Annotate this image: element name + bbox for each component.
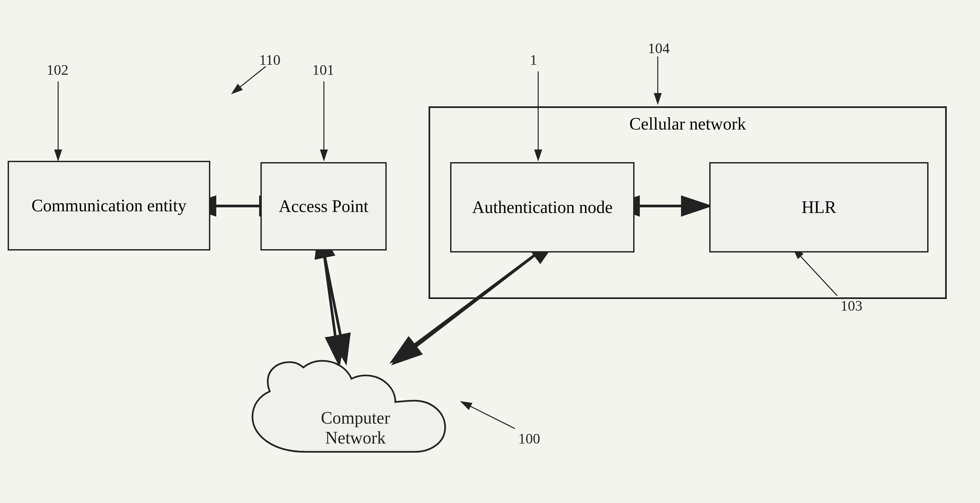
ref-label-104: 104 (648, 40, 670, 57)
auth-node-box: Authentication node (450, 162, 635, 253)
diagram-container: 102 110 101 1 104 103 100 Cellular netwo… (0, 0, 980, 503)
svg-line-13 (324, 253, 339, 362)
access-point-label: Access Point (279, 196, 368, 216)
communication-entity-box: Communication entity (8, 161, 210, 250)
ref-label-100: 100 (518, 430, 540, 447)
hlr-box: HLR (709, 162, 929, 253)
ref-label-102: 102 (46, 62, 68, 78)
cellular-network-label: Cellular network (630, 114, 746, 134)
communication-entity-label: Communication entity (32, 195, 187, 216)
ref-label-110: 110 (259, 51, 280, 68)
svg-line-15 (324, 253, 345, 360)
ref-label-103: 103 (840, 297, 862, 314)
computer-network-cloud: Computer Network (232, 359, 478, 473)
access-point-box: Access Point (261, 162, 387, 250)
auth-node-label: Authentication node (472, 197, 612, 218)
svg-line-5 (232, 67, 266, 93)
svg-text:Computer: Computer (321, 408, 390, 427)
hlr-label: HLR (802, 197, 836, 218)
ref-label-101: 101 (312, 62, 334, 78)
ref-label-1: 1 (530, 51, 537, 68)
svg-text:Network: Network (325, 428, 386, 447)
